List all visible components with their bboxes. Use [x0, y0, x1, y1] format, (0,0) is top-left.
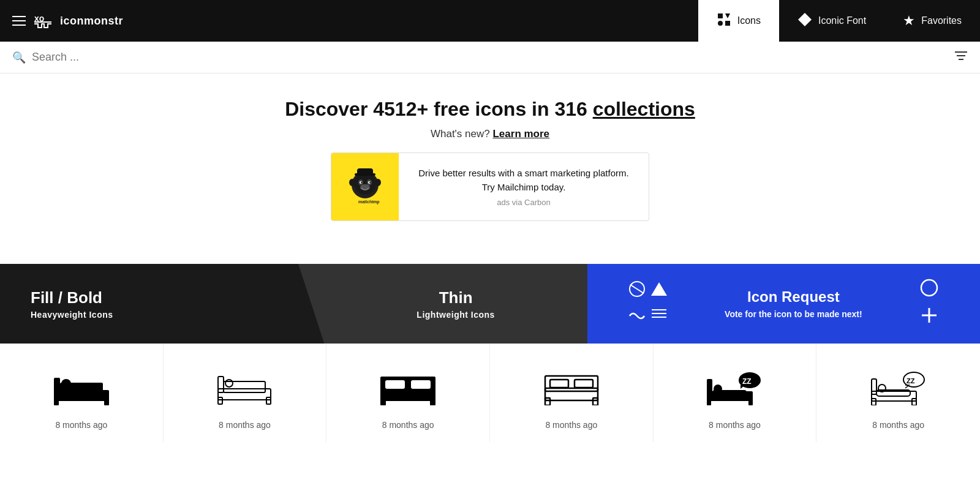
icon-grid: 8 months ago 8 months ago 8 months ago: [0, 343, 980, 442]
bed-icon-filled: [54, 372, 109, 405]
svg-line-26: [630, 285, 644, 293]
nav-icons-label: Icons: [737, 15, 761, 26]
collections-link[interactable]: collections: [593, 98, 695, 120]
svg-rect-2: [718, 13, 723, 18]
svg-marker-6: [798, 13, 812, 26]
svg-point-31: [921, 280, 937, 296]
icon-cell-2[interactable]: 8 months ago: [164, 344, 327, 442]
bed-icon-outline: [544, 372, 599, 405]
icon-cell-6[interactable]: ZZ 8 months ago: [816, 344, 980, 442]
svg-text:mailchimp: mailchimp: [358, 200, 380, 204]
logo-icon: xo: [33, 9, 53, 32]
svg-point-4: [718, 21, 723, 26]
search-icon: 🔍: [12, 51, 26, 64]
fill-bold-sublabel: Heavyweight Icons: [31, 310, 113, 320]
icons-nav-icon: [717, 12, 731, 30]
icon-cell-1[interactable]: 8 months ago: [0, 344, 164, 442]
svg-rect-59: [707, 399, 711, 405]
svg-rect-54: [593, 398, 598, 405]
header-left: xo iconmonstr: [0, 0, 698, 42]
request-icons-left: [628, 280, 668, 327]
thin-sublabel: Lightweight Icons: [417, 310, 495, 320]
icon-timestamp-6: 8 months ago: [872, 420, 924, 430]
svg-point-45: [225, 380, 233, 387]
iconic-font-icon: [797, 12, 812, 30]
svg-point-20: [349, 179, 355, 186]
svg-rect-52: [545, 388, 598, 400]
main-nav: Icons Iconic Font: [698, 0, 885, 42]
icon-timestamp-5: 8 months ago: [709, 420, 761, 430]
category-fill-bold[interactable]: Fill / Bold Heavyweight Icons: [0, 264, 324, 343]
svg-marker-27: [651, 282, 667, 296]
svg-point-17: [361, 182, 362, 183]
svg-rect-37: [54, 378, 60, 395]
icon-cell-3[interactable]: 8 months ago: [326, 344, 490, 442]
circle-outline-icon: [919, 278, 939, 302]
ad-content: Drive better results with a smart market…: [399, 157, 649, 217]
request-sub: Vote for the icon to be made next!: [725, 309, 862, 319]
icon-timestamp-1: 8 months ago: [55, 420, 107, 430]
striped-circle-icon: [628, 280, 646, 301]
learn-more-link[interactable]: Learn more: [492, 128, 549, 140]
ad-attribution: ads via Carbon: [411, 198, 636, 207]
icon-timestamp-4: 8 months ago: [545, 420, 597, 430]
svg-text:ZZ: ZZ: [742, 377, 752, 386]
nav-item-iconic-font[interactable]: Iconic Font: [779, 0, 884, 42]
fill-bold-label: Fill / Bold: [31, 288, 102, 307]
main-header: xo iconmonstr Icons: [0, 0, 980, 42]
filter-icon[interactable]: [954, 50, 968, 64]
category-banner: Fill / Bold Heavyweight Icons Thin Light…: [0, 264, 980, 343]
icon-timestamp-3: 8 months ago: [382, 420, 434, 430]
svg-text:ZZ: ZZ: [907, 377, 915, 385]
request-title: Icon Request: [725, 288, 862, 306]
search-bar: 🔍: [0, 42, 980, 73]
svg-rect-61: [707, 379, 712, 394]
ad-banner[interactable]: mailchimp Drive better results with a sm…: [331, 152, 649, 221]
bed-icon-sleeping-outline: ZZ: [871, 372, 926, 405]
search-input[interactable]: [32, 51, 954, 64]
svg-rect-60: [748, 399, 753, 405]
svg-rect-63: [712, 390, 747, 396]
request-center: Icon Request Vote for the icon to be mad…: [725, 288, 862, 319]
category-icon-request[interactable]: Icon Request Vote for the icon to be mad…: [587, 264, 980, 343]
favorites-button[interactable]: ★ Favorites: [884, 0, 980, 42]
lines-icon: [650, 306, 668, 327]
svg-marker-5: [725, 21, 730, 26]
icon-cell-4[interactable]: 8 months ago: [490, 344, 654, 442]
svg-rect-1: [34, 21, 51, 23]
svg-rect-68: [872, 399, 876, 405]
ad-logo: mailchimp: [331, 153, 399, 220]
category-thin[interactable]: Thin Lightweight Icons: [287, 264, 587, 343]
ad-title: Drive better results with a smart market…: [411, 167, 636, 194]
icon-cell-5[interactable]: ZZ 8 months ago: [654, 344, 817, 442]
svg-rect-56: [550, 380, 568, 388]
hero-section: Discover 4512+ free icons in 316 collect…: [0, 73, 980, 252]
svg-rect-35: [54, 399, 59, 405]
svg-rect-43: [218, 377, 224, 392]
thin-label: Thin: [439, 288, 473, 307]
svg-rect-53: [545, 398, 550, 405]
favorites-label: Favorites: [921, 15, 962, 26]
svg-rect-23: [357, 168, 373, 176]
hero-title: Discover 4512+ free icons in 316 collect…: [12, 98, 968, 121]
svg-rect-36: [104, 399, 109, 405]
bed-icon-bold: [380, 372, 435, 405]
svg-point-21: [375, 179, 381, 186]
hamburger-menu[interactable]: [12, 16, 26, 26]
bed-icon-outline-thin: [217, 372, 272, 405]
svg-rect-50: [385, 380, 405, 389]
svg-marker-3: [725, 13, 730, 18]
triangle-icon: [650, 280, 668, 301]
plus-icon: [919, 306, 939, 329]
svg-rect-57: [575, 380, 593, 388]
svg-rect-47: [380, 399, 386, 405]
svg-rect-69: [912, 399, 916, 405]
wave-icon: [628, 306, 646, 327]
svg-rect-40: [218, 389, 271, 400]
nav-iconic-font-label: Iconic Font: [818, 15, 866, 26]
star-icon: ★: [903, 13, 915, 29]
icon-timestamp-2: 8 months ago: [219, 420, 271, 430]
logo-text: iconmonstr: [60, 15, 123, 28]
nav-item-icons[interactable]: Icons: [698, 0, 779, 42]
bed-icon-sleeping-filled: ZZ: [707, 372, 762, 405]
